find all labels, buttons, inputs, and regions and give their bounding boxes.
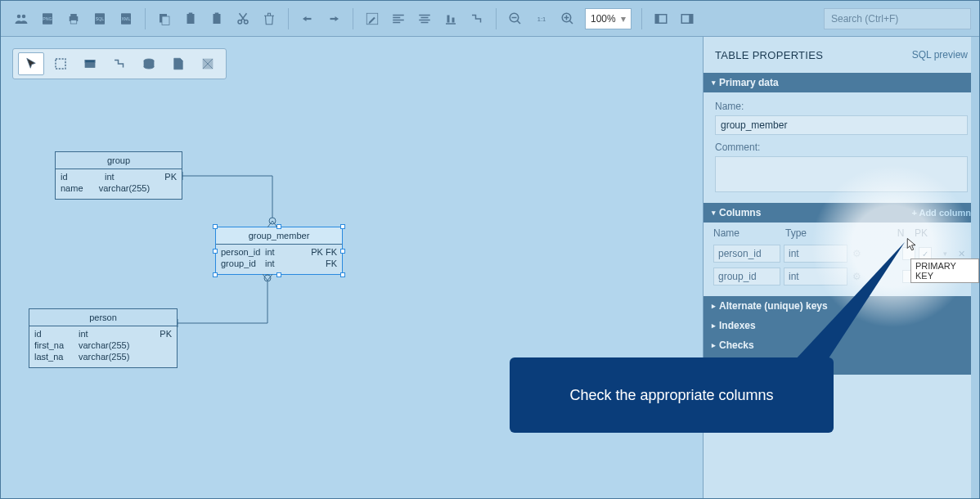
edit-icon[interactable] bbox=[360, 7, 384, 31]
column-name-input[interactable] bbox=[713, 267, 780, 285]
undo-icon[interactable] bbox=[295, 7, 320, 31]
svg-rect-21 bbox=[452, 17, 455, 22]
view-tool[interactable] bbox=[136, 52, 162, 75]
section-indexes[interactable]: ▸Indexes bbox=[704, 316, 979, 335]
svg-rect-5 bbox=[70, 14, 77, 16]
connector-group bbox=[182, 172, 281, 237]
main-toolbar: PNG SQL XML 1:1 100%▾ Search (Ctrl+F) bbox=[1, 1, 979, 37]
add-column-link[interactable]: + Add column bbox=[911, 208, 971, 218]
er-table-group[interactable]: group idintPK namevarchar(255) bbox=[55, 151, 182, 200]
svg-rect-14 bbox=[189, 12, 193, 15]
delete-icon[interactable]: ✕ bbox=[958, 249, 969, 259]
canvas-toolbar bbox=[12, 48, 227, 79]
section-columns[interactable]: ▾Columns+ Add column bbox=[704, 203, 979, 223]
panel-left-icon[interactable] bbox=[649, 7, 673, 31]
svg-rect-6 bbox=[70, 20, 77, 24]
align-bottom-icon[interactable] bbox=[438, 7, 463, 31]
svg-rect-20 bbox=[447, 15, 450, 22]
tooltip: PRIMARY KEY bbox=[910, 258, 979, 283]
copy-icon[interactable] bbox=[152, 7, 177, 31]
column-type-input[interactable] bbox=[784, 267, 847, 285]
column-name-input[interactable] bbox=[713, 245, 780, 263]
section-checks[interactable]: ▸Checks bbox=[704, 335, 979, 355]
svg-rect-12 bbox=[162, 16, 169, 25]
svg-rect-15 bbox=[214, 14, 221, 24]
er-table-person[interactable]: person idintPK first_navarchar(255) last… bbox=[29, 308, 178, 368]
er-table-title: person bbox=[29, 309, 177, 326]
callout-text: Check the appropriate columns bbox=[569, 387, 773, 404]
table-name-input[interactable] bbox=[715, 115, 968, 135]
svg-rect-26 bbox=[655, 14, 659, 23]
svg-rect-28 bbox=[689, 14, 693, 23]
svg-rect-34 bbox=[144, 61, 154, 67]
marquee-tool[interactable] bbox=[47, 52, 74, 75]
panel-right-icon[interactable] bbox=[675, 7, 699, 31]
pointer-tool[interactable] bbox=[18, 52, 44, 75]
gear-icon[interactable]: ⚙ bbox=[851, 271, 862, 282]
png-export-icon[interactable]: PNG bbox=[35, 7, 60, 31]
section-primary-data[interactable]: ▾Primary data bbox=[704, 73, 979, 92]
collapse-icon: ▾ bbox=[712, 79, 716, 87]
align-center-icon[interactable] bbox=[412, 7, 437, 31]
col-header-n: N bbox=[891, 227, 910, 239]
users-icon[interactable] bbox=[9, 7, 34, 31]
sql-export-icon[interactable]: SQL bbox=[88, 7, 112, 31]
clipboard-icon[interactable] bbox=[205, 7, 229, 31]
expand-icon: ▸ bbox=[712, 302, 716, 310]
table-tool[interactable] bbox=[77, 52, 103, 75]
instruction-callout: Check the appropriate columns bbox=[510, 357, 834, 433]
cut-icon[interactable] bbox=[231, 7, 255, 31]
svg-text:PNG: PNG bbox=[43, 16, 52, 21]
svg-point-1 bbox=[22, 14, 26, 18]
align-left-icon[interactable] bbox=[386, 7, 411, 31]
svg-text:1:1: 1:1 bbox=[537, 16, 546, 23]
relation-tool[interactable] bbox=[106, 52, 133, 75]
xml-export-icon[interactable]: XML bbox=[114, 7, 138, 31]
connector-icon[interactable] bbox=[465, 7, 489, 31]
region-tool[interactable] bbox=[195, 52, 221, 75]
connector-person bbox=[178, 274, 276, 339]
panel-title: TABLE PROPERTIES bbox=[715, 49, 823, 61]
svg-rect-16 bbox=[215, 12, 219, 15]
zoom-select[interactable]: 100%▾ bbox=[585, 8, 632, 29]
redo-icon[interactable] bbox=[321, 7, 346, 31]
note-tool[interactable] bbox=[165, 52, 191, 75]
zoom-value: 100% bbox=[591, 13, 616, 25]
expand-icon: ▸ bbox=[712, 341, 716, 349]
svg-rect-31 bbox=[85, 61, 95, 63]
section-alternate-keys[interactable]: ▸Alternate (unique) keys bbox=[704, 296, 979, 316]
zoom-out-icon[interactable] bbox=[503, 7, 528, 31]
collapse-icon: ▾ bbox=[712, 209, 716, 217]
print-icon[interactable] bbox=[61, 7, 86, 31]
col-header-name: Name bbox=[713, 227, 785, 239]
svg-text:SQL: SQL bbox=[96, 16, 105, 21]
delete-icon[interactable] bbox=[257, 7, 281, 31]
zoom-reset-icon[interactable]: 1:1 bbox=[529, 7, 554, 31]
svg-text:XML: XML bbox=[122, 16, 131, 21]
col-header-type: Type bbox=[785, 227, 856, 239]
er-table-title: group bbox=[56, 152, 182, 169]
col-header-pk: PK bbox=[910, 227, 932, 239]
sql-preview-link[interactable]: SQL preview bbox=[912, 49, 968, 61]
zoom-in-icon[interactable] bbox=[555, 7, 580, 31]
paste-icon[interactable] bbox=[178, 7, 203, 31]
search-input[interactable]: Search (Ctrl+F) bbox=[824, 8, 971, 29]
column-type-input[interactable] bbox=[784, 245, 847, 263]
dropdown-icon[interactable]: ▾ bbox=[943, 250, 955, 258]
name-label: Name: bbox=[715, 101, 968, 112]
svg-rect-29 bbox=[56, 59, 65, 69]
comment-textarea[interactable] bbox=[715, 156, 968, 192]
comment-label: Comment: bbox=[715, 142, 968, 153]
expand-icon: ▸ bbox=[712, 321, 716, 330]
svg-rect-13 bbox=[187, 14, 195, 24]
svg-point-0 bbox=[17, 14, 21, 18]
gear-icon[interactable]: ⚙ bbox=[851, 248, 862, 259]
tooltip-text: PRIMARY KEY bbox=[915, 261, 956, 281]
